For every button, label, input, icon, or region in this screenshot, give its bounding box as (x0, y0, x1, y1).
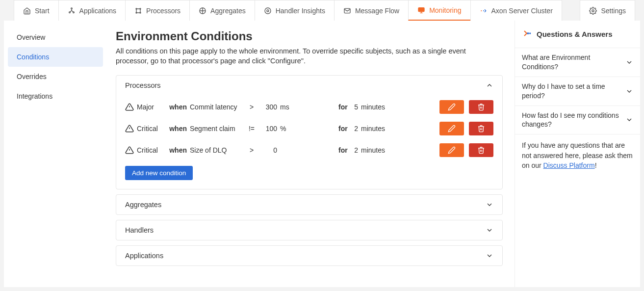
nav-tab-label: Start (35, 7, 50, 15)
insights-icon (264, 7, 272, 15)
apps-icon (68, 7, 76, 15)
edit-button[interactable] (439, 100, 464, 114)
main: Environment Conditions All conditions on… (107, 21, 515, 287)
panel-title: Handlers (125, 226, 154, 234)
nav-tab-label: Handler Insights (276, 7, 325, 15)
nav-tab-label: Aggregates (210, 7, 246, 15)
condition-unit: ms (277, 103, 338, 111)
sidebar-item-overrides[interactable]: Overrides (4, 67, 107, 86)
for-label: for (338, 125, 350, 132)
svg-point-21 (527, 32, 529, 34)
faq-item[interactable]: Why do I have to set a time period? (515, 77, 640, 106)
svg-point-12 (481, 10, 482, 11)
cluster-icon (480, 7, 488, 15)
condition-value: 100 (258, 125, 277, 132)
chevron-down-icon (625, 58, 633, 66)
condition-value: 0 (258, 146, 277, 154)
nav-tab-label: Monitoring (429, 6, 461, 14)
chevron-down-icon (625, 116, 633, 124)
nav-tab-applications[interactable]: Applications (58, 0, 126, 21)
trash-icon (477, 125, 485, 132)
top-nav: Start Applications Processors Aggregates… (0, 0, 644, 21)
nav-tab-monitoring[interactable]: Monitoring (408, 0, 470, 21)
condition-op: > (245, 103, 258, 111)
nav-tab-handler-insights[interactable]: Handler Insights (255, 0, 335, 21)
sidebar-item-overview[interactable]: Overview (4, 27, 107, 47)
add-condition-button[interactable]: Add new condition (125, 166, 193, 180)
condition-duration-unit: minutes (358, 125, 439, 132)
panel-applications: Applications (116, 245, 503, 266)
edit-button[interactable] (439, 122, 464, 135)
panel-title: Applications (125, 252, 163, 260)
svg-point-13 (483, 10, 484, 11)
sidebar-item-conditions[interactable]: Conditions (8, 47, 103, 67)
nav-tab-message-flow[interactable]: Message Flow (334, 0, 409, 21)
condition-metric: Segment claim (187, 125, 245, 132)
for-label: for (338, 146, 350, 154)
panel-header-handlers[interactable]: Handlers (116, 220, 502, 240)
condition-value: 300 (258, 103, 277, 111)
condition-row: Critical when Size of DLQ > 0 for 2 minu… (125, 139, 493, 161)
condition-severity: Major (137, 103, 167, 111)
faq-question: What are Environment Conditions? (522, 53, 621, 72)
page-title: Environment Conditions (116, 29, 503, 43)
condition-duration-value: 2 (350, 146, 358, 154)
panel-title: Aggregates (125, 201, 161, 209)
for-label: for (338, 103, 350, 111)
nav-tab-start[interactable]: Start (14, 0, 59, 21)
condition-op: != (245, 125, 258, 132)
aggregates-icon (199, 7, 206, 15)
condition-duration-value: 2 (350, 125, 358, 132)
panel-aggregates: Aggregates (116, 194, 503, 215)
message-flow-icon (343, 7, 351, 15)
panel-header-processors[interactable]: Processors (116, 76, 502, 95)
content: Overview Conditions Overrides Integratio… (4, 21, 640, 287)
sidebar-item-integrations[interactable]: Integrations (4, 86, 107, 106)
nav-tab-settings[interactable]: Settings (580, 0, 635, 21)
panel-header-aggregates[interactable]: Aggregates (116, 195, 502, 214)
trash-icon (477, 103, 485, 111)
nav-tab-label: Processors (146, 7, 180, 15)
chevron-down-icon (625, 87, 633, 95)
sidebar: Overview Conditions Overrides Integratio… (4, 21, 107, 287)
qa-icon (522, 28, 532, 40)
qa-foot-text-post: ! (595, 161, 597, 169)
nav-tab-axon-cluster[interactable]: Axon Server Cluster (470, 0, 562, 21)
warning-icon (125, 124, 134, 133)
svg-point-8 (265, 8, 271, 14)
nav-tab-label: Message Flow (355, 7, 399, 15)
chevron-down-icon (486, 226, 493, 234)
discuss-platform-link[interactable]: Discuss Platform (543, 161, 595, 169)
nav-tab-processors[interactable]: Processors (125, 0, 190, 21)
chevron-down-icon (486, 252, 493, 260)
panel-body: Major when Commit latency > 300 ms for 5… (116, 95, 502, 189)
page-description: All conditions on this page apply to the… (116, 46, 489, 66)
nav-tab-aggregates[interactable]: Aggregates (189, 0, 255, 21)
condition-metric: Size of DLQ (187, 146, 245, 154)
nav-tab-label: Applications (79, 7, 117, 15)
condition-severity: Critical (137, 125, 167, 132)
panel-header-applications[interactable]: Applications (116, 246, 502, 265)
svg-point-14 (592, 10, 594, 12)
nav-tab-label: Settings (601, 7, 626, 15)
faq-item[interactable]: What are Environment Conditions? (515, 48, 640, 77)
qa-title: Questions & Answers (537, 30, 612, 38)
chevron-down-icon (486, 201, 493, 209)
delete-button[interactable] (469, 100, 493, 114)
condition-op: > (245, 146, 258, 154)
condition-duration-value: 5 (350, 103, 358, 111)
delete-button[interactable] (469, 143, 493, 157)
processors-icon (134, 7, 142, 15)
faq-item[interactable]: How fast do I see my conditions changes? (515, 106, 640, 135)
delete-button[interactable] (469, 122, 493, 135)
warning-icon (125, 103, 134, 111)
panel-processors: Processors Major when Commit latency > 3… (116, 75, 503, 189)
chevron-up-icon (486, 81, 493, 89)
edit-button[interactable] (439, 143, 464, 157)
when-label: when (167, 103, 187, 111)
svg-point-0 (71, 8, 72, 9)
condition-row: Critical when Segment claim != 100 % for… (125, 118, 493, 139)
warning-icon (125, 146, 134, 155)
svg-rect-11 (418, 7, 424, 11)
pencil-icon (448, 103, 456, 111)
